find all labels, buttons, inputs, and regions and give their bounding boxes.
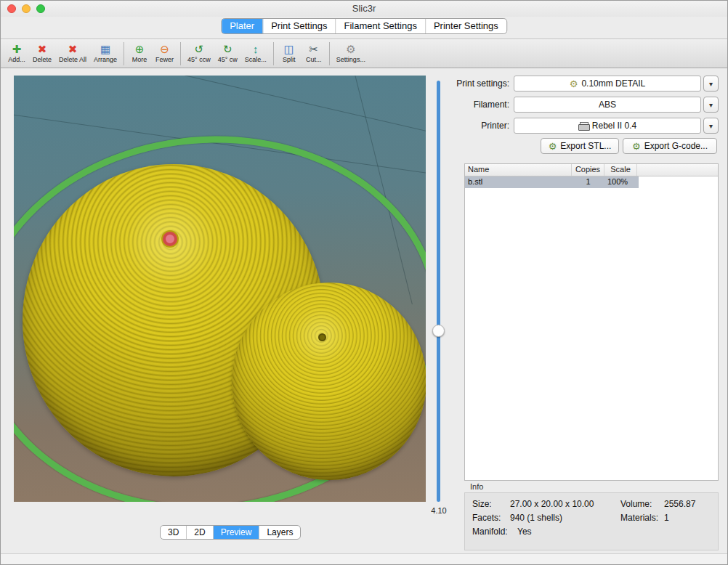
close-button[interactable] bbox=[7, 4, 16, 13]
cell-copies: 1 bbox=[572, 176, 604, 188]
facets-value: 940 (1 shells) bbox=[510, 513, 562, 523]
printer-value: Rebel II 0.4 bbox=[592, 121, 636, 131]
volume-value: 2556.87 bbox=[664, 499, 695, 509]
materials-label: Materials: bbox=[620, 513, 658, 523]
view-tab-2d[interactable]: 2D bbox=[187, 526, 213, 539]
toolbar-separator bbox=[180, 42, 181, 65]
filament-dropdown-button[interactable]: ▾ bbox=[703, 97, 719, 113]
size-value: 27.00 x 20.00 x 10.00 bbox=[510, 499, 594, 509]
rotate-ccw-icon: ↺ bbox=[195, 44, 204, 55]
toolbar-separator bbox=[273, 42, 274, 65]
column-header-name: Name bbox=[465, 164, 572, 176]
print-settings-value: 0.10mm DETAIL bbox=[581, 78, 645, 89]
split-button[interactable]: ◫ Split bbox=[277, 40, 302, 68]
scale-icon: ↕ bbox=[253, 44, 259, 55]
filament-value: ABS bbox=[599, 99, 616, 110]
facets-label: Facets: bbox=[472, 513, 501, 523]
titlebar: Slic3r bbox=[1, 1, 727, 17]
tab-print-settings[interactable]: Print Settings bbox=[263, 19, 336, 33]
cut-icon: ✂ bbox=[310, 44, 319, 55]
cell-name: b.stl bbox=[465, 176, 572, 188]
scale-button[interactable]: ↕ Scale... bbox=[241, 40, 270, 68]
more-button[interactable]: ⊕ More bbox=[127, 40, 152, 68]
export-stl-icon: ⚙ bbox=[549, 142, 557, 151]
settings-icon: ⚙ bbox=[346, 44, 355, 55]
printer-select[interactable]: Rebel II 0.4 bbox=[514, 118, 701, 134]
arrange-icon: ▦ bbox=[100, 44, 110, 55]
print-settings-label: Print settings: bbox=[435, 76, 509, 92]
size-label: Size: bbox=[472, 499, 492, 509]
slic3r-window: Slic3r Plater Print Settings Filament Se… bbox=[0, 0, 728, 565]
minimize-button[interactable] bbox=[22, 4, 31, 13]
toolbar-separator bbox=[329, 42, 330, 65]
rotate-cw-button[interactable]: ↻ 45° cw bbox=[214, 40, 241, 68]
object-list: Name Copies Scale b.stl 1 100% bbox=[464, 163, 719, 481]
add-button[interactable]: ✚ Add... bbox=[4, 40, 29, 68]
model-apex-marker-small bbox=[318, 333, 326, 341]
manifold-value: Yes bbox=[517, 527, 532, 537]
delete-icon: ✖ bbox=[38, 44, 47, 55]
main-tab-bar: Plater Print Settings Filament Settings … bbox=[221, 18, 507, 34]
layer-slider-value: 4.10 bbox=[426, 506, 451, 515]
printer-dropdown-button[interactable]: ▾ bbox=[703, 118, 719, 134]
printer-label: Printer: bbox=[435, 118, 509, 134]
table-row[interactable]: b.stl 1 100% bbox=[465, 176, 639, 188]
rotate-cw-icon: ↻ bbox=[223, 44, 232, 55]
more-icon: ⊕ bbox=[135, 44, 145, 55]
cut-button[interactable]: ✂ Cut... bbox=[302, 40, 326, 68]
chevron-down-icon: ▾ bbox=[709, 122, 713, 130]
arrange-button[interactable]: ▦ Arrange bbox=[90, 40, 121, 68]
view-tab-bar: 3D 2D Preview Layers bbox=[160, 525, 301, 540]
add-icon: ✚ bbox=[12, 44, 22, 55]
fewer-button[interactable]: ⊖ Fewer bbox=[152, 40, 177, 68]
printer-icon bbox=[578, 122, 589, 130]
toolbar-separator bbox=[124, 42, 124, 65]
split-icon: ◫ bbox=[284, 44, 294, 55]
column-header-copies: Copies bbox=[572, 164, 604, 176]
layer-slider-thumb[interactable] bbox=[432, 325, 445, 337]
export-stl-button[interactable]: ⚙ Export STL... bbox=[541, 138, 619, 154]
delete-all-icon: ✖ bbox=[68, 44, 78, 55]
filament-select[interactable]: ABS bbox=[514, 97, 701, 113]
fewer-icon: ⊖ bbox=[160, 44, 169, 55]
info-panel: Size: 27.00 x 20.00 x 10.00 Volume: 2556… bbox=[464, 492, 719, 550]
volume-label: Volume: bbox=[620, 499, 652, 509]
export-gcode-icon: ⚙ bbox=[632, 142, 641, 151]
model-apex-marker-large bbox=[163, 232, 177, 246]
chevron-down-icon: ▾ bbox=[709, 101, 713, 109]
object-list-header: Name Copies Scale bbox=[465, 164, 718, 176]
chevron-down-icon: ▾ bbox=[709, 80, 713, 88]
cell-scale: 100% bbox=[604, 176, 639, 188]
settings-button[interactable]: ⚙ Settings... bbox=[333, 40, 369, 68]
view-tab-preview[interactable]: Preview bbox=[214, 526, 260, 539]
model-dome-small[interactable] bbox=[232, 282, 426, 480]
info-section-title: Info bbox=[470, 482, 483, 491]
view-tab-layers[interactable]: Layers bbox=[259, 526, 300, 539]
export-gcode-button[interactable]: ⚙ Export G-code... bbox=[623, 138, 717, 154]
traffic-lights bbox=[7, 4, 45, 13]
toolbar: ✚ Add... ✖ Delete ✖ Delete All ▦ Arrange… bbox=[1, 38, 727, 68]
column-header-scale: Scale bbox=[604, 164, 637, 176]
status-bar bbox=[1, 553, 728, 565]
tab-filament-settings[interactable]: Filament Settings bbox=[336, 19, 425, 33]
window-title: Slic3r bbox=[1, 1, 727, 17]
view-tab-3d[interactable]: 3D bbox=[161, 526, 187, 539]
print-settings-dropdown-button[interactable]: ▾ bbox=[703, 76, 719, 92]
zoom-button[interactable] bbox=[36, 4, 45, 13]
filament-label: Filament: bbox=[435, 97, 509, 113]
tab-printer-settings[interactable]: Printer Settings bbox=[426, 19, 506, 33]
print-settings-select[interactable]: ⚙ 0.10mm DETAIL bbox=[514, 76, 701, 92]
rotate-ccw-button[interactable]: ↺ 45° ccw bbox=[184, 40, 214, 68]
gear-icon: ⚙ bbox=[570, 79, 578, 89]
materials-value: 1 bbox=[664, 513, 669, 523]
3d-viewport[interactable] bbox=[14, 76, 426, 502]
tab-plater[interactable]: Plater bbox=[222, 19, 263, 33]
layer-slider-track[interactable] bbox=[437, 81, 440, 502]
column-header-blank bbox=[637, 164, 718, 176]
delete-button[interactable]: ✖ Delete bbox=[29, 40, 55, 68]
manifold-label: Manifold: bbox=[472, 527, 508, 537]
delete-all-button[interactable]: ✖ Delete All bbox=[55, 40, 90, 68]
